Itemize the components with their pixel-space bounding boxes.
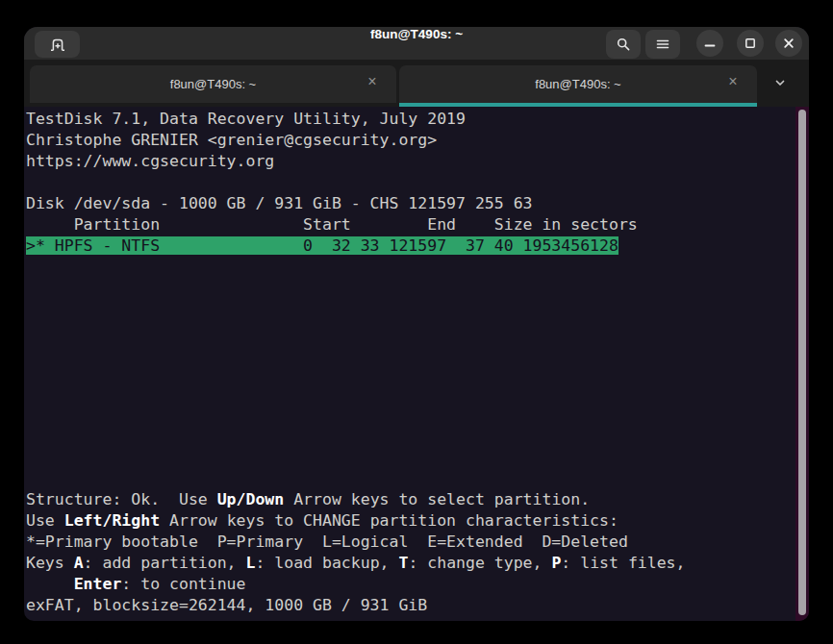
partition-row-selected: >* HPFS - NTFS 0 32 33 121597 37 40 1953… (26, 235, 795, 257)
terminal-text: >* HPFS - NTFS 0 32 33 121597 37 40 1953… (26, 236, 618, 255)
window-title: f8un@T490s: ~ (24, 27, 809, 60)
blank-line (26, 362, 795, 384)
structure-status-line: Structure: Ok. Use Up/Down Arrow keys to… (26, 489, 795, 510)
chevron-down-icon (772, 75, 788, 90)
author-line: Christophe GRENIER <grenier@cgsecurity.o… (26, 130, 795, 151)
legend-line: *=Primary bootable P=Primary L=Logical E… (26, 532, 795, 553)
tab-terminal-2-active[interactable]: f8un@T490s: ~ × (399, 65, 757, 103)
blank-line (26, 257, 795, 278)
menu-button[interactable] (645, 30, 680, 59)
terminal-text: : add partition, (84, 554, 246, 572)
terminal-text: : list files, (561, 554, 685, 572)
blank-line (26, 426, 795, 447)
terminal-text: exFAT, blocksize=262144, 1000 GB / 931 G… (26, 596, 427, 614)
blank-line (26, 172, 795, 193)
terminal-text-bold: Enter (74, 575, 122, 593)
new-tab-button[interactable] (35, 31, 80, 58)
minimize-icon (703, 37, 717, 50)
terminal-text: : change type, (408, 554, 551, 572)
blank-line (26, 405, 795, 426)
maximize-button[interactable] (737, 30, 764, 57)
blank-line (26, 384, 795, 405)
partition-table-header: Partition Start End Size in sectors (26, 214, 795, 235)
titlebar: f8un@T490s: ~ (24, 27, 809, 60)
search-icon (616, 37, 631, 52)
blank-line (26, 299, 795, 320)
blank-line (26, 320, 795, 341)
terminal-text: Structure: Ok. Use (26, 490, 217, 508)
terminal-text: https://www.cgsecurity.org (26, 152, 274, 170)
blank-line (26, 447, 795, 468)
scrollbar-track[interactable] (795, 107, 809, 621)
terminal-text: Arrow keys to select partition. (284, 490, 590, 508)
blank-line (26, 468, 795, 489)
tab-list-chevron-button[interactable] (767, 69, 794, 96)
search-button[interactable] (606, 30, 641, 59)
terminal-text (26, 575, 74, 593)
blank-line (26, 278, 795, 299)
terminal-text: : load backup, (255, 554, 398, 572)
keys-hint-line: Keys A: add partition, L: load backup, T… (26, 553, 795, 574)
maximize-icon (744, 37, 757, 50)
hamburger-menu-icon (655, 37, 670, 52)
minimize-button[interactable] (696, 30, 723, 57)
tab-terminal-1[interactable]: f8un@T490s: ~ × (30, 65, 396, 103)
terminal-text-bold: Left/Right (64, 511, 160, 530)
terminal-text-bold: L (246, 554, 256, 572)
tab-bar: f8un@T490s: ~ × f8un@T490s: ~ × (24, 60, 809, 107)
tab-label: f8un@T490s: ~ (535, 77, 620, 91)
terminal-text: Use (26, 511, 64, 530)
terminal-text: Keys (26, 554, 74, 572)
terminal-text: Disk /dev/sda - 1000 GB / 931 GiB - CHS … (26, 194, 533, 212)
terminal-text: Christophe GRENIER <grenier@cgsecurity.o… (26, 131, 437, 149)
terminal-text-bold: T (398, 554, 408, 572)
filesystem-info-line: exFAT, blocksize=262144, 1000 GB / 931 G… (26, 595, 795, 616)
terminal-text-bold: P (551, 554, 561, 572)
close-icon (782, 37, 795, 50)
terminal-text: Partition Start End Size in sectors (26, 215, 638, 234)
terminal-window: f8un@T490s: ~ (24, 27, 809, 621)
enter-hint-line: Enter: to continue (26, 574, 795, 595)
blank-line (26, 341, 795, 362)
terminal-text-bold: Up/Down (217, 490, 285, 508)
testdisk-version-line: TestDisk 7.1, Data Recovery Utility, Jul… (26, 109, 795, 130)
terminal-text: *=Primary bootable P=Primary L=Logical E… (26, 533, 628, 551)
new-tab-icon (49, 37, 66, 53)
terminal-text: Arrow keys to CHANGE partition character… (160, 511, 618, 530)
change-hint-line: Use Left/Right Arrow keys to CHANGE part… (26, 510, 795, 532)
scrollbar-thumb[interactable] (798, 110, 806, 615)
terminal-output[interactable]: TestDisk 7.1, Data Recovery Utility, Jul… (24, 107, 795, 621)
website-line: https://www.cgsecurity.org (26, 151, 795, 172)
tab-close-icon[interactable]: × (722, 73, 744, 94)
terminal-text: : to continue (121, 575, 245, 593)
close-window-button[interactable] (775, 30, 802, 57)
tab-label: f8un@T490s: ~ (170, 77, 256, 91)
tab-close-icon[interactable]: × (362, 73, 383, 94)
terminal-text: TestDisk 7.1, Data Recovery Utility, Jul… (26, 110, 466, 128)
disk-info-line: Disk /dev/sda - 1000 GB / 931 GiB - CHS … (26, 193, 795, 214)
terminal-text-bold: A (74, 554, 84, 572)
